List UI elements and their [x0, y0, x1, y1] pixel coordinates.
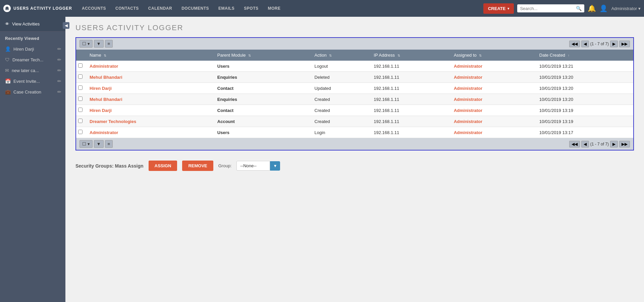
row-checkbox[interactable]	[78, 97, 83, 101]
nav-calendar[interactable]: CALENDAR	[144, 0, 177, 17]
sidebar-item-dreamer-tech[interactable]: 🛡 Dreamer Tech... ✏	[0, 54, 65, 65]
next-page-button[interactable]: ▶	[610, 41, 618, 47]
nav-menu: ACCOUNTS CONTACTS CALENDAR DOCUMENTS EMA…	[77, 0, 483, 17]
sort-icon-action: ⇅	[329, 54, 332, 57]
bottom-pagination: ◀◀ ◀ (1 - 7 of 7) ▶ ▶▶	[569, 141, 630, 147]
person-icon: 👤	[5, 46, 11, 52]
bottom-last-page-button[interactable]: ▶▶	[619, 141, 630, 147]
main-content: USERS ACTIVITY LOGGER ☐ ▾ ▼ ≡ ◀◀ ◀ (1 - …	[65, 17, 644, 302]
row-name[interactable]: Mehul Bhandari	[86, 94, 213, 105]
sidebar-item-hiren-darji[interactable]: 👤 Hiren Darji ✏	[0, 44, 65, 54]
col-header-assigned-to[interactable]: Assigned to ⇅	[450, 50, 535, 61]
user-menu[interactable]: Administrator ▾	[611, 6, 641, 11]
sidebar-item-left: 💼 Case Creation	[5, 89, 41, 95]
row-parent-module: Users	[213, 127, 311, 138]
nav-emails[interactable]: EMAILS	[214, 0, 239, 17]
sidebar-item-event-invite[interactable]: 📅 Event Invite... ✏	[0, 76, 65, 86]
row-assigned-to[interactable]: Administrator	[450, 116, 535, 127]
table-row: Mehul Bhandari Enquiries Created 192.168…	[76, 94, 633, 105]
columns-button[interactable]: ≡	[105, 40, 113, 48]
search-box[interactable]: 🔍	[517, 4, 584, 12]
notification-icon[interactable]: 🔔	[588, 4, 596, 12]
group-select[interactable]: --None--	[236, 161, 270, 171]
row-name[interactable]: Administrator	[86, 61, 213, 72]
row-checkbox[interactable]	[78, 74, 83, 79]
group-select-wrapper: --None-- ▼	[236, 161, 280, 171]
group-dropdown-button[interactable]: ▼	[270, 161, 280, 171]
first-page-button[interactable]: ◀◀	[569, 41, 580, 47]
row-assigned-to[interactable]: Administrator	[450, 105, 535, 116]
app-logo[interactable]: USERS ACTIVITY LOGGER	[3, 5, 72, 12]
row-action: Created	[311, 94, 370, 105]
search-input[interactable]	[520, 6, 574, 11]
mass-assign-label: Security Groups: Mass Assign	[75, 163, 144, 169]
user-dropdown-arrow: ▾	[638, 6, 641, 11]
nav-documents[interactable]: DOCUMENTS	[177, 0, 214, 17]
bottom-next-page-button[interactable]: ▶	[610, 141, 618, 147]
bottom-prev-page-button[interactable]: ◀	[581, 141, 589, 147]
sidebar-item-new-later-ca[interactable]: ✉ new later ca... ✏	[0, 65, 65, 76]
row-assigned-to[interactable]: Administrator	[450, 94, 535, 105]
row-ip: 192.168.1.11	[370, 105, 450, 116]
sidebar-item-left: 📅 Event Invite...	[5, 78, 40, 84]
user-avatar-icon[interactable]: 👤	[599, 4, 608, 12]
row-name[interactable]: Dreamer Technologies	[86, 116, 213, 127]
sidebar-view-activities[interactable]: 👁 View Activities	[0, 17, 65, 32]
row-checkbox-cell	[76, 127, 86, 138]
sidebar-item-case-creation[interactable]: 💼 Case Creation ✏	[0, 86, 65, 97]
row-checkbox[interactable]	[78, 119, 83, 123]
toolbar-bottom-left: ☐ ▾ ▼ ≡	[79, 140, 113, 148]
shield-icon: 🛡	[5, 57, 10, 62]
row-assigned-to[interactable]: Administrator	[450, 61, 535, 72]
col-header-name[interactable]: Name ⇅	[86, 50, 213, 61]
bottom-filter-button[interactable]: ▼	[94, 140, 104, 148]
remove-button[interactable]: REMOVE	[182, 161, 213, 171]
edit-icon[interactable]: ✏	[57, 68, 61, 73]
sidebar-collapse-button[interactable]: ◀	[63, 22, 69, 29]
row-checkbox[interactable]	[78, 108, 83, 112]
recently-viewed-title: Recently Viewed	[0, 32, 65, 44]
col-header-action[interactable]: Action ⇅	[311, 50, 370, 61]
bottom-select-dropdown-button[interactable]: ☐ ▾	[79, 140, 93, 148]
row-action: Logout	[311, 61, 370, 72]
nav-contacts[interactable]: CONTACTS	[111, 0, 144, 17]
sidebar: 👁 View Activities ◀ Recently Viewed 👤 Hi…	[0, 17, 65, 302]
table-row: Dreamer Technologies Account Created 192…	[76, 116, 633, 127]
sort-icon-assigned-to: ⇅	[479, 54, 482, 57]
row-name[interactable]: Mehul Bhandari	[86, 72, 213, 83]
edit-icon[interactable]: ✏	[57, 89, 61, 95]
table-bottom-toolbar: ☐ ▾ ▼ ≡ ◀◀ ◀ (1 - 7 of 7) ▶ ▶▶	[76, 138, 633, 150]
edit-icon[interactable]: ✏	[57, 78, 61, 84]
col-header-parent-module[interactable]: Parent Module ⇅	[213, 50, 311, 61]
nav-more[interactable]: MORE	[263, 0, 285, 17]
nav-accounts[interactable]: ACCOUNTS	[77, 0, 111, 17]
col-header-date-created[interactable]: Date Created ↑	[535, 50, 633, 61]
edit-icon[interactable]: ✏	[57, 57, 61, 62]
row-checkbox-cell	[76, 105, 86, 116]
row-checkbox[interactable]	[78, 130, 83, 134]
row-checkbox-cell	[76, 61, 86, 72]
eye-icon: 👁	[5, 21, 9, 26]
last-page-button[interactable]: ▶▶	[619, 41, 630, 47]
row-assigned-to[interactable]: Administrator	[450, 127, 535, 138]
row-name[interactable]: Administrator	[86, 127, 213, 138]
create-button[interactable]: CREATE ▾	[483, 3, 514, 14]
row-assigned-to[interactable]: Administrator	[450, 72, 535, 83]
nav-spots[interactable]: SPOTS	[239, 0, 263, 17]
select-dropdown-button[interactable]: ☐ ▾	[79, 40, 93, 48]
row-checkbox[interactable]	[78, 85, 83, 90]
filter-button[interactable]: ▼	[94, 40, 104, 48]
edit-icon[interactable]: ✏	[57, 46, 61, 52]
row-checkbox[interactable]	[78, 63, 83, 68]
col-header-ip[interactable]: IP Address ⇅	[370, 50, 450, 61]
row-assigned-to[interactable]: Administrator	[450, 83, 535, 94]
bottom-first-page-button[interactable]: ◀◀	[569, 141, 580, 147]
prev-page-button[interactable]: ◀	[581, 41, 589, 47]
bottom-columns-button[interactable]: ≡	[105, 140, 113, 148]
row-name[interactable]: Hiren Darji	[86, 83, 213, 94]
row-name[interactable]: Hiren Darji	[86, 105, 213, 116]
bottom-page-info: (1 - 7 of 7)	[590, 142, 609, 146]
sidebar-item-label: Case Creation	[13, 89, 41, 95]
row-ip: 192.168.1.11	[370, 127, 450, 138]
assign-button[interactable]: ASSIGN	[149, 161, 177, 171]
